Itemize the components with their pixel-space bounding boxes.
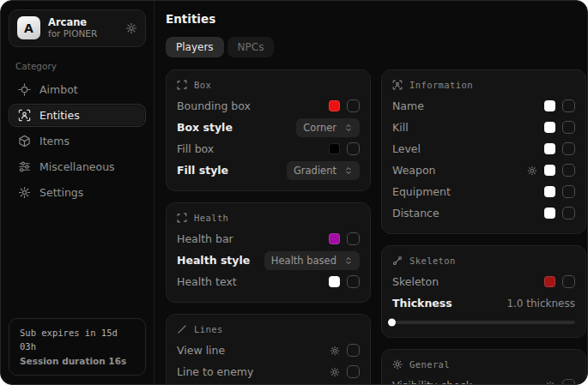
panel-title: Box bbox=[194, 80, 211, 90]
setting-row: Thickness 1.0 thickness bbox=[392, 292, 575, 314]
crosshair-icon bbox=[18, 83, 31, 96]
color-swatch[interactable] bbox=[544, 100, 555, 111]
category-label: Category bbox=[15, 61, 146, 71]
checkbox[interactable] bbox=[562, 164, 575, 177]
left-column: Box Bounding box Box style Corner bbox=[166, 69, 371, 385]
cube-icon bbox=[18, 135, 31, 147]
gear-icon[interactable] bbox=[125, 22, 137, 34]
row-label: Bounding box bbox=[177, 99, 329, 112]
checkbox[interactable] bbox=[562, 142, 575, 155]
setting-row: Weapon bbox=[392, 159, 575, 181]
color-swatch[interactable] bbox=[544, 276, 555, 287]
sidebar-item-settings[interactable]: Settings bbox=[9, 181, 146, 204]
logo-card: A Arcane for PIONER bbox=[9, 9, 146, 47]
box-style-dropdown[interactable]: Corner bbox=[296, 118, 360, 137]
gear-icon[interactable] bbox=[330, 346, 340, 356]
color-swatch[interactable] bbox=[544, 122, 555, 133]
color-swatch[interactable] bbox=[544, 165, 555, 176]
checkbox[interactable] bbox=[347, 275, 360, 288]
color-swatch[interactable] bbox=[329, 276, 340, 287]
color-swatch[interactable] bbox=[544, 208, 555, 219]
corner-brackets-icon bbox=[177, 213, 187, 223]
color-swatch[interactable] bbox=[329, 233, 340, 244]
row-label: Thickness bbox=[392, 297, 506, 310]
sub-expiry-text: Sub expires in 15d 03h bbox=[20, 326, 135, 354]
checkbox[interactable] bbox=[347, 344, 360, 357]
sidebar-item-label: Settings bbox=[39, 186, 83, 199]
health-panel: Health Health bar Health style Health ba… bbox=[166, 202, 371, 303]
setting-row: View line bbox=[177, 340, 360, 361]
app-window: A Arcane for PIONER Category Aimbot bbox=[0, 0, 588, 385]
general-panel: General Visibility check Max distance 50… bbox=[381, 349, 586, 385]
checkbox[interactable] bbox=[347, 232, 360, 245]
fill-style-dropdown[interactable]: Gradient bbox=[287, 161, 360, 180]
slider-handle[interactable] bbox=[388, 319, 396, 327]
sidebar-item-label: Items bbox=[39, 135, 70, 147]
row-label: Health style bbox=[177, 254, 264, 267]
setting-row: Bounding box bbox=[177, 95, 360, 117]
row-label: Equipment bbox=[392, 185, 544, 198]
checkbox[interactable] bbox=[347, 142, 360, 155]
sidebar-item-label: Miscellaneous bbox=[39, 160, 115, 173]
color-swatch[interactable] bbox=[544, 143, 555, 154]
color-swatch[interactable] bbox=[544, 186, 555, 197]
gear-icon[interactable] bbox=[330, 367, 340, 377]
panel-title: Health bbox=[194, 213, 228, 223]
setting-row: Fill box bbox=[177, 138, 360, 159]
checkbox[interactable] bbox=[347, 99, 360, 112]
corner-brackets-icon bbox=[177, 80, 187, 90]
setting-row: Equipment bbox=[392, 181, 575, 202]
gear-icon[interactable] bbox=[527, 165, 537, 176]
sidebar-item-miscellaneous[interactable]: Miscellaneous bbox=[9, 155, 146, 178]
checkbox[interactable] bbox=[562, 379, 575, 385]
tab-npcs[interactable]: NPCs bbox=[227, 37, 275, 57]
checkbox[interactable] bbox=[562, 121, 575, 134]
page-title: Entities bbox=[166, 12, 586, 26]
row-label: Skeleton bbox=[392, 275, 544, 288]
box-panel: Box Bounding box Box style Corner bbox=[166, 69, 371, 191]
thickness-slider[interactable] bbox=[392, 321, 575, 324]
health-style-dropdown[interactable]: Health based bbox=[264, 251, 360, 270]
setting-row: Health bar bbox=[177, 228, 360, 250]
row-label: Line to enemy bbox=[177, 365, 330, 378]
subscription-card: Sub expires in 15d 03h Session duration … bbox=[9, 318, 146, 376]
dropdown-value: Corner bbox=[303, 122, 336, 134]
checkbox[interactable] bbox=[347, 365, 360, 378]
health-panel-header: Health bbox=[177, 213, 360, 223]
sidebar-item-items[interactable]: Items bbox=[9, 129, 146, 153]
sidebar-item-label: Aimbot bbox=[39, 83, 78, 96]
row-label: Health text bbox=[177, 275, 329, 288]
sidebar-item-label: Entities bbox=[39, 109, 80, 122]
row-label: Kill bbox=[392, 121, 544, 134]
sun-icon bbox=[392, 359, 403, 370]
setting-row: Health style Health based bbox=[177, 250, 360, 271]
right-column: Information Name Kill bbox=[381, 69, 586, 385]
sidebar-item-aimbot[interactable]: Aimbot bbox=[9, 78, 146, 101]
information-panel-header: Information bbox=[392, 80, 575, 90]
gear-icon[interactable] bbox=[545, 381, 555, 385]
row-label: Health bar bbox=[177, 232, 329, 245]
bone-icon bbox=[392, 256, 403, 266]
box-panel-header: Box bbox=[177, 80, 360, 90]
row-label: Fill box bbox=[177, 142, 329, 155]
sidebar: A Arcane for PIONER Category Aimbot bbox=[1, 1, 155, 384]
color-swatch[interactable] bbox=[329, 143, 340, 154]
checkbox[interactable] bbox=[562, 185, 575, 198]
general-panel-header: General bbox=[392, 359, 575, 370]
checkbox[interactable] bbox=[562, 99, 575, 112]
thickness-value: 1.0 thickness bbox=[506, 298, 575, 310]
checkbox[interactable] bbox=[562, 275, 575, 288]
diagonal-line-icon bbox=[177, 324, 187, 334]
panel-title: Information bbox=[409, 80, 473, 90]
checkbox[interactable] bbox=[562, 207, 575, 220]
tab-players[interactable]: Players bbox=[166, 37, 224, 57]
session-duration-text: Session duration 16s bbox=[20, 354, 135, 368]
setting-row: Level bbox=[392, 138, 575, 159]
row-label: Fill style bbox=[177, 164, 287, 177]
panel-title: Skeleton bbox=[409, 256, 456, 266]
row-label: Weapon bbox=[392, 164, 527, 177]
skeleton-panel: Skeleton Skeleton Thickness 1.0 thicknes… bbox=[381, 245, 586, 338]
sidebar-item-entities[interactable]: Entities bbox=[9, 104, 146, 127]
color-swatch[interactable] bbox=[329, 100, 340, 111]
panel-title: Lines bbox=[194, 324, 223, 334]
